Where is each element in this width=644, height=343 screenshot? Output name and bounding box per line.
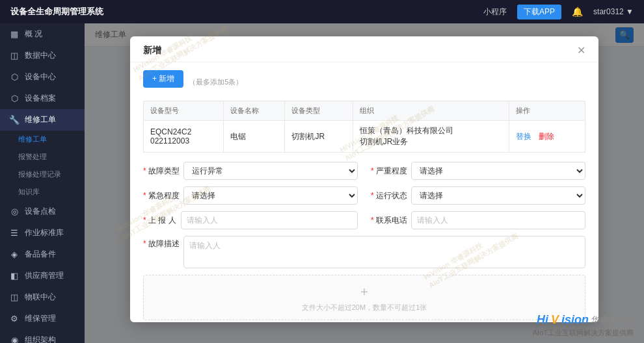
upload-hint: 文件大小不超过20M，数量不可超过1张: [302, 303, 427, 312]
user-info[interactable]: star0312 ▼: [593, 7, 634, 16]
fault-type-select[interactable]: 运行异常: [183, 162, 358, 180]
sidebar-item-label: 维保管理: [25, 313, 56, 324]
logo-tagline: AIoT工业互联网解决方案提供商: [533, 328, 634, 338]
maintenance-icon: 🔧: [9, 115, 20, 125]
phone-input[interactable]: [411, 211, 585, 229]
download-btn[interactable]: 下载APP: [517, 5, 561, 19]
sidebar-item-logistics[interactable]: ◫ 物联中心: [0, 286, 85, 308]
reporter-label: 上 报 人: [143, 215, 177, 226]
form-item-reporter: 上 报 人: [143, 211, 358, 229]
sidebar-item-spare[interactable]: ◈ 备品备件: [0, 244, 85, 265]
sidebar-item-device-mgmt[interactable]: ⬡ 设备档案: [0, 88, 85, 109]
reporter-input[interactable]: [181, 211, 358, 229]
content-area: 维修工单 🔍 新增 ✕ + 新增 （最多添加5条）: [85, 23, 644, 343]
logo-v: V: [551, 313, 559, 327]
sidebar-item-label: 维修工单: [25, 114, 56, 125]
modal-dialog: 新增 ✕ + 新增 （最多添加5条） 设备型号: [130, 36, 598, 322]
sidebar-item-supplier[interactable]: ◧ 供应商管理: [0, 265, 85, 286]
sidebar-item-device-center[interactable]: ⬡ 设备中心: [0, 66, 85, 88]
add-btn-hint: （最多添加5条）: [189, 77, 243, 87]
sidebar-item-org[interactable]: ◉ 组织架构: [0, 329, 85, 343]
delete-link[interactable]: 删除: [539, 132, 554, 141]
urgency-select[interactable]: 请选择: [183, 186, 358, 205]
phone-label: 联系电话: [371, 215, 407, 226]
fault-desc-textarea[interactable]: [183, 236, 585, 268]
sidebar-item-label: 设备档案: [25, 93, 56, 104]
sidebar-item-overview[interactable]: ▦ 概 况: [0, 23, 85, 45]
sidebar-item-maint-mgmt[interactable]: ⚙ 维保管理: [0, 308, 85, 329]
sidebar-subitem-record[interactable]: 报修处理记录: [0, 166, 85, 183]
sub-item-label: 报修处理记录: [18, 170, 61, 179]
sidebar-item-label: 供应商管理: [25, 270, 64, 281]
sidebar-item-label: 物联中心: [25, 292, 56, 303]
sidebar-item-label: 作业标准库: [25, 227, 64, 238]
logo-brand: Hi V ision 华睿源科技: [537, 313, 634, 327]
upload-area[interactable]: ＋ 文件大小不超过20M，数量不可超过1张: [143, 275, 585, 320]
header-right: 小程序 下载APP 🔔 star0312 ▼: [483, 5, 634, 19]
device-center-icon: ⬡: [9, 72, 20, 82]
sidebar-subitem-workorder[interactable]: 维修工单: [0, 131, 85, 148]
bottom-logo: Hi V ision 华睿源科技 AIoT工业互联网解决方案提供商: [533, 313, 634, 338]
app-title: 设备全生命周期管理系统: [10, 6, 103, 18]
form-item-run-status: 运行状态 请选择: [371, 186, 585, 205]
form-grid: 故障类型 运行异常 严重程度 请选择: [143, 162, 585, 229]
form-item-fault-desc: 故障描述: [143, 236, 585, 268]
sub-item-label: 维修工单: [18, 134, 47, 144]
form-item-urgency: 紧急程度 请选择: [143, 186, 358, 205]
sidebar-item-label: 数据中心: [25, 50, 56, 61]
col-model: 设备型号: [144, 101, 224, 121]
sidebar-item-label: 设备点检: [25, 206, 56, 217]
sidebar-item-device-point[interactable]: ◎ 设备点检: [0, 201, 85, 222]
modal-overlay: 新增 ✕ + 新增 （最多添加5条） 设备型号: [85, 23, 644, 343]
op-std-icon: ☰: [9, 228, 20, 238]
upload-plus-icon: ＋: [358, 283, 371, 300]
severity-select[interactable]: 请选择: [411, 162, 585, 180]
col-type: 设备类型: [285, 101, 353, 121]
severity-label: 严重程度: [371, 166, 407, 177]
device-org: 恒策（青岛）科技有限公司切割机JR业务: [353, 121, 509, 153]
logo-ision: ision: [561, 313, 589, 327]
device-type: 切割机JR: [285, 121, 353, 153]
sub-item-label: 知识库: [18, 187, 40, 197]
device-name: 电锯: [223, 121, 285, 153]
nav-link[interactable]: 小程序: [483, 6, 507, 18]
urgency-label: 紧急程度: [143, 190, 180, 201]
sidebar-subitem-alarm[interactable]: 报警处理: [0, 148, 85, 166]
sidebar-item-label: 备品备件: [25, 249, 56, 260]
main-layout: ▦ 概 况 ◫ 数据中心 ⬡ 设备中心 ⬡ 设备档案 🔧 维修工单 维修工单 报…: [0, 23, 644, 343]
run-status-select[interactable]: 请选择: [411, 186, 585, 205]
sub-item-label: 报警处理: [18, 152, 47, 162]
modal-header: 新增 ✕: [130, 36, 598, 62]
sidebar-item-data-center[interactable]: ◫ 数据中心: [0, 45, 85, 66]
sidebar-subitem-kb[interactable]: 知识库: [0, 183, 85, 201]
bell-icon[interactable]: 🔔: [572, 6, 583, 17]
sidebar: ▦ 概 况 ◫ 数据中心 ⬡ 设备中心 ⬡ 设备档案 🔧 维修工单 维修工单 报…: [0, 23, 85, 343]
form-item-severity: 严重程度 请选择: [371, 162, 585, 180]
sidebar-item-label: 组织架构: [25, 335, 56, 343]
device-model: EQCN24C2022112003: [144, 121, 224, 153]
overview-icon: ▦: [9, 29, 20, 39]
modal-body: + 新增 （最多添加5条） 设备型号 设备名称 设备类型 组织 操作: [130, 62, 598, 322]
table-row: EQCN24C2022112003 电锯 切割机JR 恒策（青岛）科技有限公司切…: [144, 121, 585, 153]
sidebar-item-label: 设备中心: [25, 71, 56, 83]
run-status-label: 运行状态: [371, 190, 407, 201]
supplier-icon: ◧: [9, 271, 20, 281]
top-header: 设备全生命周期管理系统 小程序 下载APP 🔔 star0312 ▼: [0, 0, 644, 23]
form-item-fault-type: 故障类型 运行异常: [143, 162, 358, 180]
col-org: 组织: [353, 101, 509, 121]
logistics-icon: ◫: [9, 292, 20, 302]
sidebar-item-maintenance[interactable]: 🔧 维修工单: [0, 109, 85, 131]
data-center-icon: ◫: [9, 51, 20, 60]
row-actions: 替换 删除: [509, 121, 585, 153]
device-table: 设备型号 设备名称 设备类型 组织 操作 EQCN24C2022112003 电…: [143, 101, 585, 153]
device-mgmt-icon: ⬡: [9, 94, 20, 103]
org-icon: ◉: [9, 335, 20, 343]
maint-mgmt-icon: ⚙: [9, 314, 20, 324]
edit-link[interactable]: 替换: [516, 132, 531, 141]
logo-cn: 华睿源科技: [591, 314, 634, 326]
modal-close-button[interactable]: ✕: [577, 44, 585, 57]
add-device-button[interactable]: + 新增: [143, 70, 183, 88]
sidebar-item-op-std[interactable]: ☰ 作业标准库: [0, 222, 85, 244]
device-point-icon: ◎: [9, 207, 20, 216]
form-item-phone: 联系电话: [371, 211, 585, 229]
